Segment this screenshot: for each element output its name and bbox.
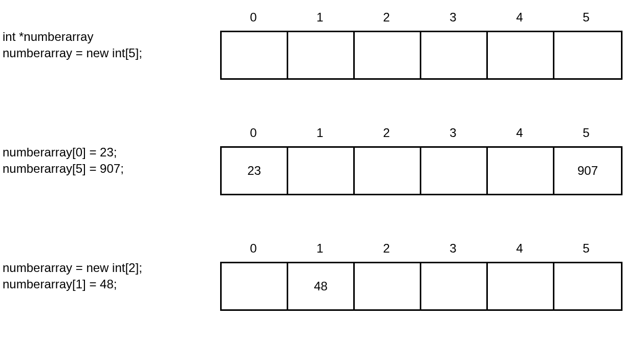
- index-label: 0: [220, 126, 287, 146]
- code-line: numberarray[5] = 907;: [3, 161, 220, 177]
- array-cell: 23: [222, 148, 288, 194]
- code-block-0: int *numberarray numberarray = new int[5…: [0, 29, 220, 62]
- diagram-row-2: numberarray = new int[2]; numberarray[1]…: [0, 241, 644, 311]
- array-cell: [488, 32, 554, 78]
- array-cell: [554, 263, 621, 309]
- index-label: 3: [420, 10, 486, 31]
- index-label: 2: [353, 126, 420, 146]
- array-cell: [355, 263, 421, 309]
- index-label: 0: [220, 241, 287, 262]
- diagram-row-0: int *numberarray numberarray = new int[5…: [0, 10, 644, 80]
- array-cell: [488, 263, 554, 309]
- code-line: numberarray[1] = 48;: [3, 276, 220, 292]
- index-label: 5: [553, 10, 619, 31]
- array-cell: [355, 148, 421, 194]
- array-cell: [222, 32, 288, 78]
- index-label: 5: [553, 126, 619, 146]
- index-label: 2: [353, 241, 420, 262]
- array-cell: [288, 148, 355, 194]
- array-cell: [421, 263, 488, 309]
- array-cell: 907: [554, 148, 621, 194]
- index-label: 1: [287, 126, 353, 146]
- array-wrapper-2: 0 1 2 3 4 5 48: [220, 241, 622, 311]
- array-box-2: 48: [220, 262, 622, 311]
- index-label: 3: [420, 241, 486, 262]
- array-cell: [488, 148, 554, 194]
- index-label: 2: [353, 10, 420, 31]
- index-label: 4: [486, 241, 553, 262]
- indices-row: 0 1 2 3 4 5: [220, 10, 622, 31]
- code-line: numberarray = new int[2];: [3, 260, 220, 276]
- code-line: int *numberarray: [3, 29, 220, 45]
- array-wrapper-0: 0 1 2 3 4 5: [220, 10, 622, 80]
- code-line: numberarray[0] = 23;: [3, 144, 220, 161]
- code-block-1: numberarray[0] = 23; numberarray[5] = 90…: [0, 144, 220, 177]
- index-label: 1: [287, 10, 353, 31]
- index-label: 1: [287, 241, 353, 262]
- index-label: 5: [553, 241, 619, 262]
- array-cell: [355, 32, 421, 78]
- index-label: 0: [220, 10, 287, 31]
- diagram-row-1: numberarray[0] = 23; numberarray[5] = 90…: [0, 126, 644, 195]
- array-cell: [421, 32, 488, 78]
- array-cell: 48: [288, 263, 355, 309]
- array-wrapper-1: 0 1 2 3 4 5 23 907: [220, 126, 622, 195]
- array-cell: [554, 32, 621, 78]
- index-label: 4: [486, 126, 553, 146]
- array-cell: [222, 263, 288, 309]
- array-cell: [288, 32, 355, 78]
- array-cell: [421, 148, 488, 194]
- index-label: 3: [420, 126, 486, 146]
- code-block-2: numberarray = new int[2]; numberarray[1]…: [0, 260, 220, 293]
- array-box-1: 23 907: [220, 146, 622, 195]
- array-box-0: [220, 31, 622, 80]
- code-line: numberarray = new int[5];: [3, 45, 220, 61]
- indices-row: 0 1 2 3 4 5: [220, 241, 622, 262]
- indices-row: 0 1 2 3 4 5: [220, 126, 622, 146]
- index-label: 4: [486, 10, 553, 31]
